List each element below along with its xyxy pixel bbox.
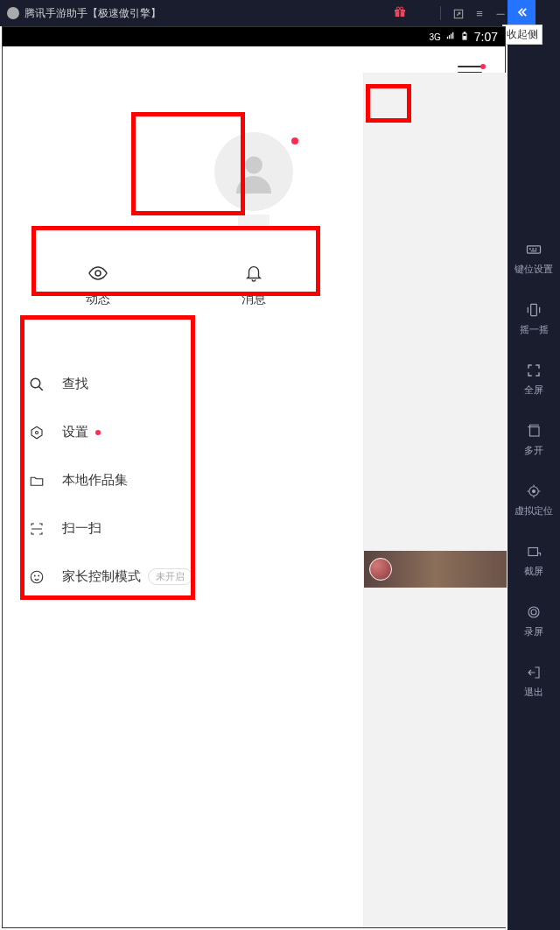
record-icon	[508, 602, 560, 622]
menu-label: 本地作品集	[62, 472, 128, 489]
avatar-placeholder-icon	[214, 132, 293, 211]
svg-rect-25	[464, 36, 466, 39]
titlebar-separator	[440, 6, 441, 20]
svg-point-4	[400, 7, 402, 10]
notification-dot	[95, 430, 101, 435]
avatar-button[interactable]	[214, 132, 293, 227]
face-icon	[29, 569, 50, 585]
svg-point-29	[31, 378, 40, 388]
sidebar-tool-label: 截屏	[508, 565, 560, 578]
tab-message[interactable]: 消息	[176, 262, 332, 307]
sidebar-tool-label: 全屏	[508, 384, 560, 397]
sidebar-tool-label: 退出	[508, 686, 560, 699]
keyboard-icon	[508, 240, 560, 259]
scan-icon	[29, 521, 50, 537]
svg-rect-16	[528, 548, 538, 556]
network-indicator: 3G	[429, 32, 440, 42]
popout-button[interactable]	[448, 6, 469, 20]
tab-dynamic[interactable]: 动态	[20, 262, 176, 307]
svg-rect-13	[530, 427, 540, 437]
svg-point-26	[245, 157, 262, 174]
svg-point-18	[531, 609, 536, 615]
exit-icon	[508, 663, 560, 682]
sidebar-tool-exit[interactable]: 退出	[508, 651, 560, 711]
svg-rect-7	[528, 246, 541, 253]
svg-rect-20	[449, 35, 450, 39]
menu-label: 设置	[62, 424, 88, 440]
svg-rect-12	[531, 304, 537, 315]
svg-point-15	[533, 490, 536, 493]
emulator-sidebar: 收起侧 键位设置 摇一摇 全屏 多开 虚拟定位 截屏 录屏	[508, 0, 560, 930]
menu-label: 家长控制模式	[62, 568, 141, 585]
sidebar-tool-location[interactable]: 虚拟定位	[508, 469, 560, 530]
hexagon-icon	[29, 425, 50, 440]
sidebar-tool-keymap[interactable]: 键位设置	[508, 228, 560, 288]
screenshot-icon	[508, 542, 560, 561]
eye-icon	[20, 262, 176, 285]
user-avatar-icon	[369, 558, 392, 581]
svg-rect-2	[399, 10, 400, 17]
svg-rect-24	[464, 32, 466, 33]
menu-button[interactable]: ≡	[469, 7, 490, 20]
svg-rect-19	[447, 37, 448, 39]
svg-rect-21	[451, 34, 452, 39]
search-icon	[29, 377, 50, 392]
window-titlebar: 腾讯手游助手【极速傲引擎】 ≡ ─ ✕	[0, 0, 560, 26]
signal-icon	[444, 32, 457, 42]
sidebar-tool-multi[interactable]: 多开	[508, 409, 560, 469]
notification-dot	[480, 64, 486, 69]
sidebar-tool-label: 虚拟定位	[508, 504, 560, 518]
menu-label: 扫一扫	[62, 520, 102, 537]
svg-point-9	[533, 249, 534, 250]
tab-label: 消息	[176, 292, 332, 307]
collapse-sidebar-button[interactable]	[508, 0, 536, 25]
svg-point-32	[31, 571, 43, 583]
emulator-screen: 3G 7:07 动态	[2, 26, 506, 928]
svg-point-8	[529, 249, 530, 250]
clock: 7:07	[474, 30, 498, 44]
status-badge: 未开启	[148, 568, 192, 585]
gift-icon[interactable]	[393, 4, 407, 22]
svg-rect-22	[452, 32, 453, 39]
svg-point-33	[34, 575, 35, 576]
svg-point-27	[95, 271, 101, 276]
svg-point-3	[396, 7, 399, 10]
location-icon	[508, 482, 560, 501]
svg-marker-30	[32, 426, 42, 439]
sidebar-tool-shake[interactable]: 摇一摇	[508, 288, 560, 349]
sidebar-tool-label: 摇一摇	[508, 323, 560, 336]
app-logo-icon	[7, 7, 19, 19]
sidebar-tool-label: 键位设置	[508, 263, 560, 276]
collapse-tooltip: 收起侧	[502, 25, 542, 45]
shake-icon	[508, 300, 560, 320]
window-title: 腾讯手游助手【极速傲引擎】	[24, 6, 393, 21]
content-behind-drawer[interactable]	[363, 73, 507, 927]
sidebar-tool-screenshot[interactable]: 截屏	[508, 530, 560, 590]
sidebar-tool-label: 录屏	[508, 625, 560, 638]
svg-point-17	[528, 607, 539, 617]
fullscreen-icon	[508, 361, 560, 380]
avatar-sub-badge	[238, 215, 270, 227]
sidebar-tool-record[interactable]: 录屏	[508, 590, 560, 651]
svg-point-31	[36, 431, 38, 433]
tab-label: 动态	[20, 292, 176, 307]
folder-icon	[29, 473, 50, 489]
menu-label: 查找	[62, 376, 88, 392]
avatar-notification-dot	[291, 137, 298, 144]
bell-icon	[176, 262, 332, 285]
sidebar-tool-label: 多开	[508, 444, 560, 457]
sidebar-tool-fullscreen[interactable]: 全屏	[508, 349, 560, 409]
svg-point-10	[536, 249, 536, 250]
battery-icon	[460, 30, 469, 44]
video-thumbnail[interactable]	[364, 551, 507, 588]
android-statusbar: 3G 7:07	[3, 27, 505, 46]
multi-icon	[508, 421, 560, 440]
svg-point-34	[38, 575, 39, 576]
